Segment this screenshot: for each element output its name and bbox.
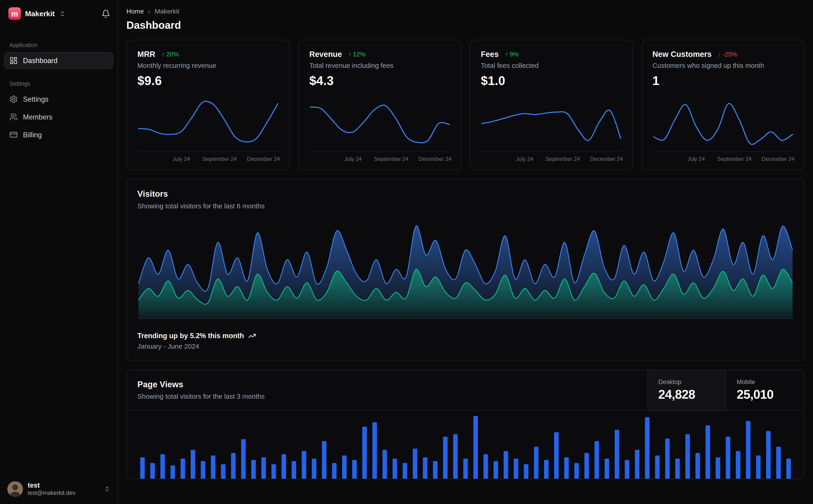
sidebar-item-label: Dashboard <box>23 57 58 64</box>
stat-subtitle: Total fees collected <box>481 62 622 69</box>
nav-section-application: Application <box>0 42 117 48</box>
mrr-sparkline-chart <box>137 97 279 152</box>
trend-badge: ↓ -25% <box>718 50 737 58</box>
page-views-title: Page Views <box>137 380 637 389</box>
breadcrumb: Home › Makerkit <box>126 7 805 16</box>
sidebar-item-label: Members <box>23 113 53 121</box>
stat-value: $4.3 <box>309 74 450 88</box>
trend-up-icon: ↑ <box>348 50 352 58</box>
visitors-subtitle: Showing total visitors for the last 6 mo… <box>137 202 794 210</box>
axis-label: July 24 <box>344 156 362 162</box>
stat-value: $1.0 <box>481 74 622 88</box>
axis-label: December 24 <box>418 156 451 162</box>
sidebar-item-settings[interactable]: Settings <box>4 91 113 108</box>
mobile-label: Mobile <box>737 378 794 386</box>
trend-up-icon: ↑ <box>161 50 165 58</box>
desktop-label: Desktop <box>659 378 715 386</box>
user-name: test <box>28 481 75 490</box>
sidebar-item-label: Billing <box>23 131 42 138</box>
axis-label: December 24 <box>247 156 280 162</box>
chevron-right-icon: › <box>148 7 150 16</box>
trend-up-icon: ↑ <box>505 50 508 58</box>
mobile-toggle-button[interactable]: Mobile 25,010 <box>726 370 804 410</box>
stat-card-mrr: MRR ↑ 20% Monthly recurring revenue $9.6… <box>126 40 290 170</box>
user-email: test@makerkit.dev <box>28 490 75 497</box>
stat-title: MRR <box>137 50 155 58</box>
page-views-bar-chart <box>137 416 794 479</box>
desktop-value: 24,828 <box>659 387 715 402</box>
sidebar-item-label: Settings <box>23 95 48 103</box>
trend-value: 9% <box>510 50 519 58</box>
x-axis: July 24 September 24 December 24 <box>653 156 794 163</box>
stat-subtitle: Monthly recurring revenue <box>137 62 279 69</box>
stat-title: Fees <box>481 50 499 58</box>
axis-label: July 24 <box>516 156 533 162</box>
trend-value: -25% <box>723 50 737 58</box>
makerkit-logo-icon: m <box>8 7 21 20</box>
stat-subtitle: Customers who signed up this month <box>653 62 794 69</box>
trend-value: 12% <box>353 50 365 58</box>
stat-card-new-customers: New Customers ↓ -25% Customers who signe… <box>642 40 805 170</box>
credit-card-icon <box>9 130 18 139</box>
stat-value: $9.6 <box>137 74 279 88</box>
chevrons-up-down-icon <box>59 10 66 17</box>
axis-label: July 24 <box>173 156 190 162</box>
axis-label: September 24 <box>545 156 580 162</box>
page-title: Dashboard <box>126 19 805 32</box>
stat-title: New Customers <box>653 50 712 58</box>
sidebar-item-billing[interactable]: Billing <box>4 126 113 143</box>
trend-text: Trending up by 5.2% this month <box>137 332 244 340</box>
revenue-sparkline-chart <box>309 97 450 152</box>
visitors-area-chart <box>137 217 794 320</box>
new-customers-sparkline-chart <box>653 97 794 152</box>
sidebar-item-dashboard[interactable]: Dashboard <box>4 52 113 69</box>
trend-badge: ↑ 9% <box>505 50 519 58</box>
visitors-card: Visitors Showing total visitors for the … <box>126 178 805 361</box>
stat-value: 1 <box>653 74 794 88</box>
stat-card-revenue: Revenue ↑ 12% Total revenue including fe… <box>299 40 462 170</box>
axis-label: December 24 <box>590 156 623 162</box>
notifications-button[interactable] <box>101 9 110 18</box>
stat-title: Revenue <box>309 50 342 58</box>
workspace-name: Makerkit <box>25 9 55 18</box>
visitors-footer: Trending up by 5.2% this month <box>137 332 794 340</box>
fees-sparkline-chart <box>481 97 622 152</box>
logo-letter: m <box>11 9 18 18</box>
chevrons-up-down-icon <box>104 486 110 492</box>
axis-label: December 24 <box>762 156 794 162</box>
trend-down-icon: ↓ <box>718 50 721 58</box>
trending-up-icon <box>248 332 256 340</box>
stat-subtitle: Total revenue including fees <box>309 62 450 69</box>
page-views-card: Page Views Showing total visitors for th… <box>126 369 805 479</box>
breadcrumb-home[interactable]: Home <box>126 8 144 15</box>
x-axis: July 24 September 24 December 24 <box>137 156 279 163</box>
main-content: Home › Makerkit Dashboard MRR ↑ 20% Mont… <box>118 0 813 504</box>
trend-value: 20% <box>166 50 179 58</box>
bell-icon <box>101 9 110 18</box>
app-root: m Makerkit Application <box>0 0 813 504</box>
sidebar-item-members[interactable]: Members <box>4 109 113 125</box>
axis-label: September 24 <box>717 156 752 162</box>
gear-icon <box>9 95 18 103</box>
mobile-value: 25,010 <box>737 387 794 402</box>
page-views-header: Page Views Showing total visitors for th… <box>127 370 804 411</box>
sidebar-nav: Application Dashboard Settings Settings <box>0 26 117 154</box>
desktop-toggle-button[interactable]: Desktop 24,828 <box>648 370 726 410</box>
x-axis: July 24 September 24 December 24 <box>309 156 450 163</box>
stats-grid: MRR ↑ 20% Monthly recurring revenue $9.6… <box>126 40 805 170</box>
breadcrumb-current: Makerkit <box>154 8 179 15</box>
page-views-subtitle: Showing total visitors for the last 3 mo… <box>137 393 637 400</box>
visitors-title: Visitors <box>137 189 794 199</box>
x-axis: July 24 September 24 December 24 <box>481 156 622 163</box>
axis-label: July 24 <box>688 156 705 162</box>
axis-label: September 24 <box>202 156 237 162</box>
trend-badge: ↑ 20% <box>161 50 178 58</box>
user-menu[interactable]: test test@makerkit.dev <box>0 475 117 504</box>
users-icon <box>9 113 18 121</box>
avatar <box>7 481 23 497</box>
trend-badge: ↑ 12% <box>348 50 365 58</box>
dashboard-icon <box>9 56 18 65</box>
sidebar: m Makerkit Application <box>0 0 118 504</box>
stat-card-fees: Fees ↑ 9% Total fees collected $1.0 July… <box>470 40 633 170</box>
workspace-selector[interactable]: m Makerkit <box>0 0 117 26</box>
